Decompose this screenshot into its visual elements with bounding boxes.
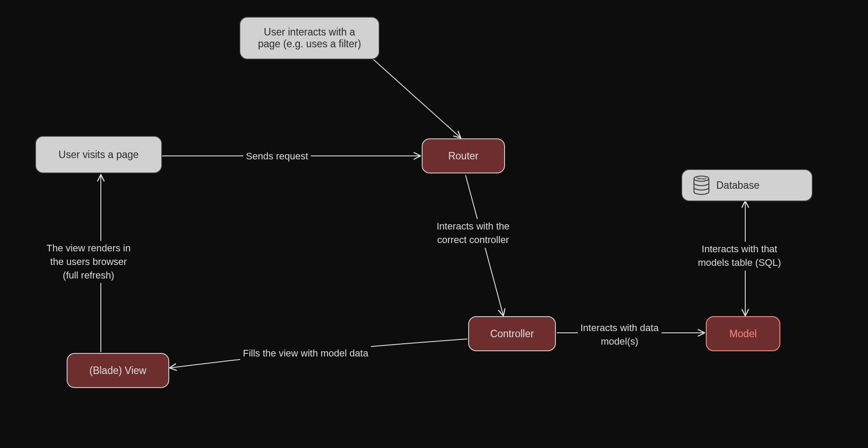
edge-label-controller-model: Interacts with data model(s): [578, 321, 662, 349]
node-database: Database: [681, 169, 813, 201]
node-user-interacts: User interacts with a page (e.g. uses a …: [239, 17, 380, 60]
node-model: Model: [706, 316, 780, 351]
edge-label-sends-request: Sends request: [243, 149, 311, 164]
node-view: (Blade) View: [67, 353, 169, 388]
edge-label-controller-view: Fills the view with model data: [240, 346, 371, 361]
node-view-label: (Blade) View: [89, 365, 146, 377]
node-controller-label: Controller: [490, 328, 534, 340]
node-router: Router: [422, 138, 505, 173]
svg-line-1: [374, 60, 460, 138]
node-user-interacts-label: User interacts with a page (e.g. uses a …: [258, 26, 361, 50]
node-controller: Controller: [468, 316, 556, 351]
node-user-visits: User visits a page: [35, 136, 162, 173]
database-icon: [693, 176, 710, 195]
node-user-visits-label: User visits a page: [59, 149, 139, 161]
edge-label-model-db: Interacts with that models table (SQL): [695, 242, 784, 271]
edge-label-router-controller: Interacts with the correct controller: [434, 219, 512, 248]
diagram-canvas: User visits a page User interacts with a…: [0, 0, 868, 448]
node-router-label: Router: [448, 150, 478, 162]
node-model-label: Model: [729, 328, 757, 340]
edge-label-view-visits: The view renders in the users browser (f…: [44, 241, 133, 283]
node-database-label: Database: [716, 180, 759, 191]
